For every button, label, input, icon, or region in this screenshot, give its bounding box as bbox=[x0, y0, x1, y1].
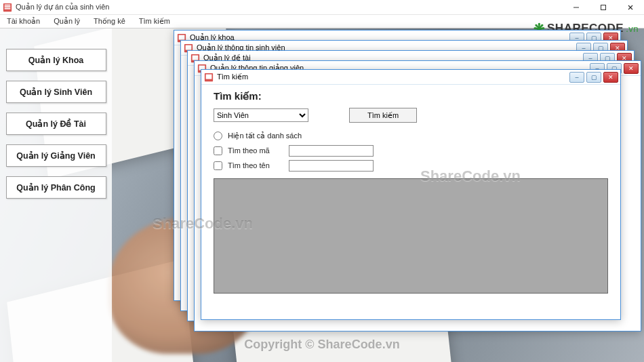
svg-rect-2 bbox=[5, 6, 11, 7]
form-icon bbox=[204, 73, 214, 82]
results-grid[interactable] bbox=[214, 178, 608, 294]
svg-rect-1 bbox=[5, 4, 11, 5]
svg-rect-11 bbox=[186, 45, 192, 49]
radio-show-all-label: Hiện tất cả danh sách bbox=[228, 132, 302, 140]
svg-rect-17 bbox=[206, 74, 212, 79]
child-close-button[interactable]: ✕ bbox=[624, 63, 639, 74]
input-by-name[interactable] bbox=[289, 160, 374, 172]
checkbox-by-id-label: Tìm theo mã bbox=[228, 146, 270, 155]
svg-rect-9 bbox=[179, 35, 185, 39]
checkbox-by-name-label: Tìm theo tên bbox=[228, 161, 270, 169]
logo-suffix: .vn bbox=[626, 24, 639, 34]
nav-quanly-sinhvien[interactable]: Quản lý Sinh Viên bbox=[6, 81, 106, 103]
menu-taikhoan[interactable]: Tài khoản bbox=[0, 17, 47, 26]
radio-show-all[interactable] bbox=[214, 132, 222, 140]
svg-rect-3 bbox=[5, 7, 11, 9]
child-window-timkiem[interactable]: Tìm kiếm – ▢ ✕ Tìm kiếm: Sinh Viên Tìm k… bbox=[201, 69, 621, 320]
sidebar: Quản lý Khoa Quản lý Sinh Viên Quản lý Đ… bbox=[0, 28, 112, 362]
app-title: Quản lý dự án của sinh viên bbox=[16, 3, 109, 12]
close-button[interactable] bbox=[617, 0, 644, 15]
nav-quanly-detai[interactable]: Quản lý Đề Tài bbox=[6, 113, 106, 135]
child-close-button[interactable]: ✕ bbox=[603, 72, 618, 83]
svg-rect-13 bbox=[193, 55, 199, 60]
checkbox-by-id[interactable] bbox=[214, 146, 222, 155]
menu-quanly[interactable]: Quản lý bbox=[47, 17, 87, 26]
checkbox-by-name[interactable] bbox=[214, 161, 222, 170]
window-controls bbox=[563, 0, 644, 15]
child-controls: – ▢ ✕ bbox=[569, 72, 618, 83]
menu-thongke[interactable]: Thống kê bbox=[87, 17, 132, 26]
search-heading: Tìm kiếm: bbox=[214, 90, 608, 102]
child-titlebar[interactable]: Tìm kiếm – ▢ ✕ bbox=[201, 70, 620, 85]
search-type-select[interactable]: Sinh Viên bbox=[214, 108, 308, 122]
nav-quanly-giangvien[interactable]: Quản lý Giảng Viên bbox=[6, 144, 106, 167]
child-maximize-button[interactable]: ▢ bbox=[586, 72, 601, 83]
svg-rect-5 bbox=[601, 5, 606, 10]
app-icon bbox=[3, 3, 12, 12]
child-title: Tìm kiếm bbox=[217, 73, 248, 81]
minimize-button[interactable] bbox=[563, 0, 590, 15]
menu-timkiem[interactable]: Tìm kiếm bbox=[132, 17, 177, 26]
nav-quanly-khoa[interactable]: Quản lý Khoa bbox=[6, 49, 106, 71]
search-button[interactable]: Tìm kiếm bbox=[349, 108, 417, 123]
nav-quanly-phancong[interactable]: Quản lý Phân Công bbox=[6, 176, 106, 199]
child-minimize-button[interactable]: – bbox=[569, 72, 584, 83]
search-body: Tìm kiếm: Sinh Viên Tìm kiếm Hiện tất cả… bbox=[201, 85, 620, 299]
app-titlebar: Quản lý dự án của sinh viên bbox=[0, 0, 644, 15]
input-by-id[interactable] bbox=[289, 145, 374, 157]
maximize-button[interactable] bbox=[590, 0, 617, 15]
client-area: ❋ SHARECODE.vn Quản lý Khoa Quản lý Sinh… bbox=[0, 28, 644, 362]
